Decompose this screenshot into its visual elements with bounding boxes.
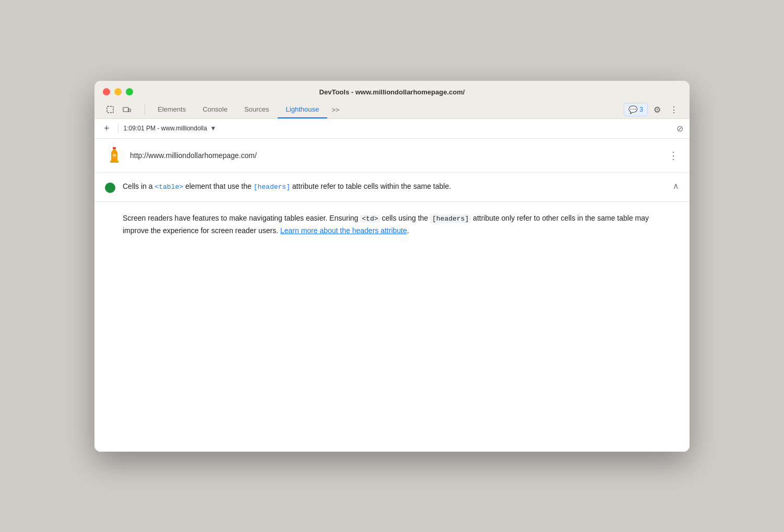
message-count: 3	[639, 106, 643, 113]
tab-console[interactable]: Console	[194, 101, 236, 118]
svg-rect-0	[107, 106, 113, 113]
message-icon: 💬	[628, 105, 637, 114]
learn-more-link[interactable]: Learn more about the headers attribute	[280, 226, 407, 235]
minimize-button[interactable]	[114, 88, 122, 95]
svg-rect-9	[111, 158, 117, 159]
audit-item-text: Cells in a <table> element that use the …	[123, 181, 666, 192]
device-toggle-icon[interactable]	[120, 102, 134, 117]
maximize-button[interactable]	[126, 88, 133, 95]
tab-icon-group	[103, 102, 134, 117]
audit-title-part2: element that use the	[183, 182, 254, 190]
tab-lighthouse[interactable]: Lighthouse	[278, 101, 328, 118]
svg-rect-8	[111, 155, 117, 156]
audit-title-code2: [headers]	[254, 183, 290, 191]
more-options-button[interactable]: ⋮	[667, 102, 681, 117]
svg-rect-1	[123, 107, 128, 112]
audit-description: Screen readers have features to make nav…	[94, 202, 690, 252]
window-title: DevTools - www.milliondollarhomepage.com…	[319, 88, 465, 96]
tab-divider	[145, 104, 145, 115]
audit-title-part3: attribute refer to table cells within th…	[290, 182, 451, 190]
gear-icon: ⚙	[654, 105, 661, 115]
title-bar: DevTools - www.milliondollarhomepage.com…	[94, 81, 690, 119]
audit-item[interactable]: Cells in a <table> element that use the …	[94, 173, 690, 202]
toolbar-url-display: 1:09:01 PM - www.milliondolla ▼	[124, 125, 671, 132]
dropdown-arrow-icon[interactable]: ▼	[210, 125, 217, 132]
settings-button[interactable]: ⚙	[650, 102, 664, 117]
desc-text1: Screen readers have features to make nav…	[123, 214, 360, 222]
lighthouse-logo-icon	[105, 146, 124, 165]
tab-more-button[interactable]: >>	[327, 102, 343, 118]
timestamp-url: 1:09:01 PM - www.milliondolla	[124, 125, 207, 132]
svg-rect-2	[128, 109, 130, 112]
audit-url-row: http://www.milliondollarhomepage.com/ ⋮	[94, 139, 690, 173]
tab-actions: 💬 3 ⚙ ⋮	[624, 102, 681, 117]
svg-rect-6	[110, 161, 118, 163]
main-content: http://www.milliondollarhomepage.com/ ⋮ …	[94, 139, 690, 452]
desc-code1: <td>	[360, 215, 379, 223]
add-button[interactable]: +	[101, 122, 113, 135]
clear-button[interactable]: ⊘	[676, 124, 683, 134]
desc-code2: [headers]	[430, 214, 471, 223]
toolbar-divider	[118, 123, 118, 134]
collapse-chevron-icon[interactable]: ∧	[673, 181, 679, 191]
kebab-icon: ⋮	[670, 105, 678, 115]
audit-item-title: Cells in a <table> element that use the …	[123, 181, 666, 192]
toolbar: + 1:09:01 PM - www.milliondolla ▼ ⊘	[94, 119, 690, 139]
tab-elements[interactable]: Elements	[149, 101, 194, 118]
tabs-row: Elements Console Sources Lighthouse >> 💬…	[103, 101, 681, 118]
tab-sources[interactable]: Sources	[236, 101, 278, 118]
close-button[interactable]	[103, 88, 110, 95]
devtools-window: DevTools - www.milliondollarhomepage.com…	[94, 81, 690, 452]
svg-rect-7	[113, 147, 116, 149]
pass-status-dot	[105, 183, 115, 193]
desc-text2: cells using the	[380, 214, 431, 222]
audit-url-more-button[interactable]: ⋮	[668, 149, 679, 162]
audit-description-text: Screen readers have features to make nav…	[123, 212, 661, 237]
audit-title-code1: <table>	[155, 183, 183, 191]
audit-url-text: http://www.milliondollarhomepage.com/	[130, 151, 662, 160]
cursor-icon[interactable]	[103, 102, 117, 117]
window-controls	[103, 88, 133, 95]
message-badge[interactable]: 💬 3	[624, 103, 648, 116]
desc-text4: .	[407, 226, 409, 235]
audit-title-part1: Cells in a	[123, 182, 155, 190]
